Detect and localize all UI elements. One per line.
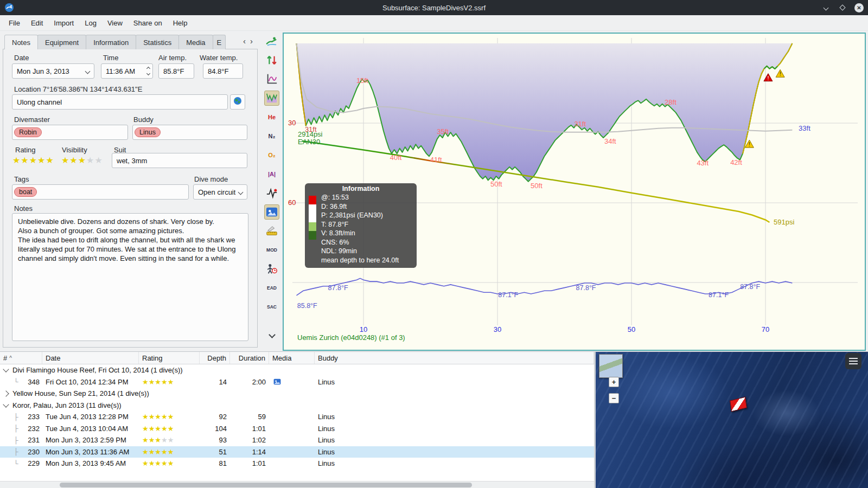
- column-header-rating[interactable]: Rating: [139, 352, 200, 364]
- map-widget[interactable]: + −: [596, 352, 868, 488]
- buddy-tag[interactable]: Linus: [135, 127, 161, 137]
- tab-e[interactable]: E: [213, 35, 226, 49]
- time-value: 11:36 AM: [106, 67, 135, 75]
- menu-log[interactable]: Log: [79, 16, 102, 30]
- pressure-o2-toggle-icon[interactable]: O₂: [264, 147, 279, 163]
- dive-duration: 59: [230, 411, 269, 423]
- close-button[interactable]: ✕: [854, 3, 864, 12]
- spin-up-icon[interactable]: [146, 67, 150, 70]
- airtemp-field[interactable]: 85.8°F: [158, 63, 194, 79]
- column-header-media[interactable]: Media: [269, 352, 315, 364]
- location-field[interactable]: Ulong channel: [12, 94, 228, 110]
- star-icon: ★: [78, 156, 86, 165]
- watertemp-field[interactable]: 84.8°F: [203, 63, 243, 79]
- trip-row[interactable]: Koror, Palau, Jun 2013 (11 dive(s)): [0, 400, 594, 412]
- horizontal-scrollbar[interactable]: [0, 481, 594, 488]
- divemode-value: Open circuit: [198, 188, 235, 196]
- ruler-toggle-icon[interactable]: [264, 223, 279, 239]
- dive-depth: 81: [200, 458, 230, 470]
- menu-share-on[interactable]: Share on: [128, 16, 168, 30]
- ead-toggle-icon[interactable]: EAD: [264, 280, 279, 296]
- dive-row-233[interactable]: ├233Tue Jun 4, 2013 12:28 PM★★★★★9259Lin…: [0, 411, 594, 423]
- collapse-chevron-icon[interactable]: [3, 401, 9, 407]
- tags-field[interactable]: boat: [12, 184, 189, 200]
- star-icon: ★: [149, 448, 155, 455]
- time-spinner[interactable]: 11:36 AM: [101, 63, 153, 79]
- dive-depth: 93: [200, 434, 230, 446]
- notes-label: Notes: [14, 204, 33, 213]
- column-header-duration[interactable]: Duration: [230, 352, 269, 364]
- watertemp-value: 84.8°F: [208, 67, 228, 75]
- deco-info-toggle-icon[interactable]: [264, 261, 279, 277]
- time-label: Time: [103, 54, 118, 62]
- tab-scroll-right-button[interactable]: ›: [250, 37, 253, 45]
- pressure-n2-toggle-icon[interactable]: N₂: [264, 129, 279, 144]
- trip-row[interactable]: Yellow House, Sun Sep 21, 2014 (1 dive(s…: [0, 388, 594, 400]
- map-overview-inset[interactable]: [599, 354, 623, 378]
- divemaster-field[interactable]: Robin: [12, 125, 128, 140]
- dive-site-flag-marker[interactable]: [730, 396, 747, 412]
- collapse-chevron-icon[interactable]: [3, 367, 9, 373]
- profile-scale-icon[interactable]: [264, 72, 279, 87]
- infobox-line: @: 15:53: [321, 193, 413, 202]
- divemaster-tag[interactable]: Robin: [14, 127, 42, 137]
- dive-row-232[interactable]: ├232Tue Jun 4, 2013 10:04 AM★★★★★1041:01…: [0, 423, 594, 435]
- svg-text:60: 60: [288, 198, 296, 207]
- date-select[interactable]: Mon Jun 3, 2013: [12, 63, 94, 79]
- spin-down-icon[interactable]: [146, 72, 150, 75]
- buddy-field[interactable]: Linus: [132, 125, 247, 140]
- maximize-button[interactable]: [838, 3, 847, 12]
- tab-media[interactable]: Media: [178, 35, 213, 49]
- heart-rate-toggle-icon[interactable]: [264, 185, 279, 201]
- scrollbar-thumb[interactable]: [60, 483, 472, 487]
- dive-arrows-icon[interactable]: [264, 53, 279, 68]
- column-header-depth[interactable]: Depth: [200, 352, 230, 364]
- toolbar-scroll-down-icon[interactable]: [264, 327, 279, 342]
- tab-notes[interactable]: Notes: [4, 35, 38, 49]
- trip-row[interactable]: Divi Flamingo House Reef, Fri Oct 10, 20…: [0, 364, 594, 376]
- expand-chevron-icon[interactable]: [3, 390, 9, 396]
- tab-equipment[interactable]: Equipment: [37, 35, 86, 49]
- dive-buddy: Linus: [315, 434, 594, 446]
- photos-toggle-icon[interactable]: [264, 204, 279, 220]
- map-zoom-out-button[interactable]: −: [609, 393, 619, 403]
- column-header-date[interactable]: Date: [42, 352, 139, 364]
- star-icon: ★: [46, 156, 53, 165]
- tissue-graph-toggle-icon[interactable]: |A|: [264, 166, 279, 182]
- minimize-button[interactable]: [821, 3, 831, 12]
- svg-text:41ft: 41ft: [430, 156, 442, 164]
- dive-row-348[interactable]: └348Fri Oct 10, 2014 12:34 PM★★★★★142:00…: [0, 376, 594, 388]
- dive-row-231[interactable]: ├231Mon Jun 3, 2013 2:59 PM★★★★★931:02Li…: [0, 434, 594, 446]
- map-zoom-in-button[interactable]: +: [609, 377, 619, 387]
- map-menu-button[interactable]: [845, 353, 861, 369]
- tab-statistics[interactable]: Statistics: [136, 35, 179, 49]
- tag-chip[interactable]: boat: [14, 187, 37, 197]
- visibility-stars[interactable]: ★★★★★: [61, 156, 103, 165]
- dive-number: ├232: [0, 423, 42, 435]
- notes-textarea[interactable]: Unbelievable dive. Dozens and dozens of …: [12, 213, 248, 341]
- dive-duration: 2:00: [230, 376, 269, 388]
- column-header-num[interactable]: #^: [0, 352, 42, 364]
- map-locate-button[interactable]: [230, 94, 245, 110]
- dc-ceiling-toggle-icon[interactable]: [264, 91, 279, 106]
- column-header-buddy[interactable]: Buddy: [315, 352, 594, 364]
- menu-edit[interactable]: Edit: [25, 16, 48, 30]
- divemode-select[interactable]: Open circuit: [193, 184, 247, 200]
- star-icon: ★: [161, 378, 168, 386]
- sac-toggle-icon[interactable]: SAC: [264, 299, 279, 314]
- tab-information[interactable]: Information: [86, 35, 136, 49]
- menu-file[interactable]: File: [3, 16, 25, 30]
- pressure-he-toggle-icon[interactable]: He: [264, 110, 279, 125]
- rating-stars[interactable]: ★★★★★: [12, 156, 54, 165]
- dive-row-229[interactable]: └229Mon Jun 3, 2013 9:45 AM★★★★★811:01Li…: [0, 458, 594, 470]
- suit-field[interactable]: wet, 3mm: [112, 153, 247, 168]
- dive-row-230[interactable]: ├230Mon Jun 3, 2013 11:36 AM★★★★★511:14L…: [0, 446, 594, 458]
- tab-scroll-left-button[interactable]: ‹: [243, 37, 246, 45]
- dive-date: Mon Jun 3, 2013 9:45 AM: [42, 458, 139, 470]
- menu-view[interactable]: View: [102, 16, 128, 30]
- menu-help[interactable]: Help: [168, 16, 193, 30]
- menu-import[interactable]: Import: [48, 16, 79, 30]
- swimmer-icon[interactable]: [264, 34, 279, 49]
- svg-text:15ft: 15ft: [356, 76, 368, 85]
- mod-toggle-icon[interactable]: MOD: [264, 242, 279, 258]
